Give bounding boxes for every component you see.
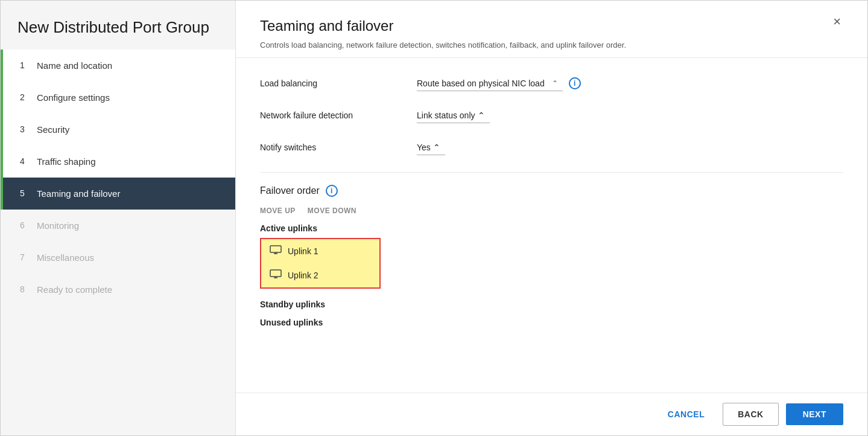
content-area: Load balancing Route based on physical N… [236, 58, 867, 393]
failover-order-info-icon[interactable]: i [326, 185, 338, 197]
failover-actions: MOVE UP MOVE DOWN [260, 207, 843, 215]
step-label-8: Ready to complete [37, 284, 112, 295]
sidebar-title: New Distributed Port Group [1, 1, 235, 50]
unused-uplinks-section: Unused uplinks [260, 318, 843, 327]
step-label-6: Monitoring [37, 220, 79, 231]
footer: CANCEL BACK NEXT [236, 393, 867, 435]
active-uplinks-title: Active uplinks [260, 223, 843, 233]
main-header: Teaming and failover Controls load balan… [236, 1, 867, 58]
active-uplinks-box: Uplink 1 Uplink 2 [260, 238, 381, 289]
sidebar-steps: 1 Name and location 2 Configure settings… [1, 50, 235, 306]
svg-rect-3 [270, 270, 281, 277]
network-failure-control: Link status only ⌃ [417, 108, 490, 123]
dialog: New Distributed Port Group 1 Name and lo… [0, 0, 868, 436]
step-num-1: 1 [20, 60, 31, 70]
load-balancing-dropdown[interactable]: Route based on physical NIC load ⌃ [417, 76, 563, 91]
sidebar: New Distributed Port Group 1 Name and lo… [1, 1, 236, 435]
failover-order-section: Failover order i [260, 185, 843, 197]
uplink-1-icon [270, 245, 282, 257]
step-label-4: Traffic shaping [37, 156, 96, 167]
chevron-down-icon-ns: ⌃ [433, 143, 440, 152]
load-balancing-row: Load balancing Route based on physical N… [260, 76, 843, 91]
sidebar-step-8: 8 Ready to complete [1, 274, 235, 306]
main-subtitle: Controls load balancing, network failure… [260, 39, 626, 51]
load-balancing-control: Route based on physical NIC load ⌃ i [417, 76, 581, 91]
step-label-5: Teaming and failover [37, 188, 120, 199]
load-balancing-value: Route based on physical NIC load [417, 79, 545, 88]
main-title: Teaming and failover [260, 18, 626, 34]
step-label-7: Miscellaneous [37, 252, 94, 263]
step-num-3: 3 [20, 124, 31, 134]
step-num-7: 7 [20, 252, 31, 262]
uplink-2-item[interactable]: Uplink 2 [261, 263, 379, 287]
sidebar-step-5[interactable]: 5 Teaming and failover [1, 178, 235, 210]
step-num-6: 6 [20, 220, 31, 230]
next-button[interactable]: NEXT [786, 403, 843, 425]
sidebar-step-2[interactable]: 2 Configure settings [1, 82, 235, 114]
standby-uplinks-title: Standby uplinks [260, 300, 843, 309]
section-divider [260, 172, 843, 173]
main-panel: Teaming and failover Controls load balan… [236, 1, 867, 435]
notify-switches-control: Yes ⌃ [417, 140, 445, 155]
uplink-2-icon [270, 269, 282, 281]
move-down-button[interactable]: MOVE DOWN [308, 207, 356, 215]
standby-uplinks-section: Standby uplinks [260, 300, 843, 309]
svg-rect-0 [270, 246, 281, 252]
sidebar-step-6: 6 Monitoring [1, 210, 235, 242]
load-balancing-label: Load balancing [260, 79, 417, 88]
network-failure-dropdown[interactable]: Link status only ⌃ [417, 108, 490, 123]
step-label-3: Security [37, 124, 69, 135]
step-num-8: 8 [20, 284, 31, 294]
dialog-body: New Distributed Port Group 1 Name and lo… [1, 1, 867, 435]
notify-switches-label: Notify switches [260, 143, 417, 152]
chevron-down-icon: ⌃ [552, 79, 558, 88]
sidebar-step-7: 7 Miscellaneous [1, 242, 235, 274]
load-balancing-info-icon[interactable]: i [569, 77, 581, 89]
chevron-down-icon-nfd: ⌃ [478, 111, 485, 120]
notify-switches-value: Yes [417, 143, 431, 152]
sidebar-step-3[interactable]: 3 Security [1, 114, 235, 146]
close-button[interactable]: × [831, 15, 843, 28]
sidebar-step-1[interactable]: 1 Name and location [1, 50, 235, 82]
uplink-2-label: Uplink 2 [288, 271, 318, 280]
network-failure-label: Network failure detection [260, 111, 417, 120]
sidebar-step-4[interactable]: 4 Traffic shaping [1, 146, 235, 178]
step-num-5: 5 [20, 188, 31, 198]
failover-order-title: Failover order [260, 185, 320, 196]
notify-switches-dropdown[interactable]: Yes ⌃ [417, 140, 445, 155]
network-failure-row: Network failure detection Link status on… [260, 108, 843, 123]
move-up-button[interactable]: MOVE UP [260, 207, 296, 215]
uplink-1-item[interactable]: Uplink 1 [261, 239, 379, 263]
unused-uplinks-title: Unused uplinks [260, 318, 843, 327]
uplink-1-label: Uplink 1 [288, 246, 318, 256]
main-header-left: Teaming and failover Controls load balan… [260, 18, 626, 51]
notify-switches-row: Notify switches Yes ⌃ [260, 140, 843, 155]
network-failure-value: Link status only [417, 111, 475, 120]
step-num-4: 4 [20, 156, 31, 166]
back-button[interactable]: BACK [723, 403, 778, 426]
cancel-button[interactable]: CANCEL [657, 403, 715, 425]
step-label-1: Name and location [37, 60, 112, 71]
step-num-2: 2 [20, 92, 31, 102]
step-label-2: Configure settings [37, 92, 110, 103]
